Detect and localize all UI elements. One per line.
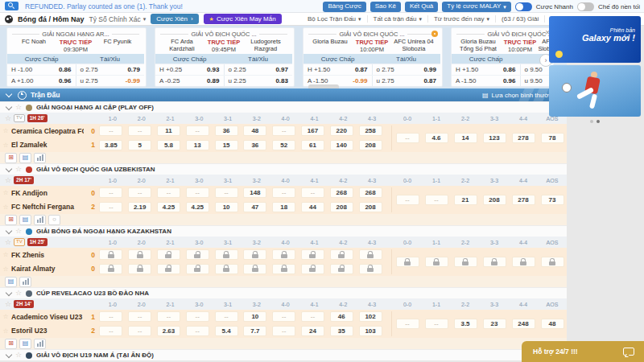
odds-cell[interactable]: 258 <box>359 125 382 136</box>
collapse-chevron-icon[interactable] <box>6 103 12 109</box>
odds-cell[interactable]: 268 <box>330 187 353 198</box>
odds-cell[interactable]: 208 <box>483 195 506 205</box>
odds-cell[interactable]: 167 <box>301 125 324 136</box>
odds-cell[interactable]: 48 <box>243 125 266 136</box>
handicap-odds-cell[interactable]: H -1.000.86 <box>7 64 76 75</box>
odds-cell[interactable]: 4.25 <box>157 202 180 212</box>
favorite-star-icon[interactable]: ☆ <box>0 189 11 196</box>
odds-cell[interactable]: 268 <box>359 187 382 198</box>
favorite-star-icon[interactable]: ☆ <box>0 251 11 258</box>
over-under-odds-cell[interactable]: u 2.75-0.99 <box>76 76 145 86</box>
odds-cell[interactable]: 148 <box>243 187 266 198</box>
favorite-star-icon[interactable]: ☆ <box>5 177 11 184</box>
collapse-chevron-icon[interactable] <box>6 227 12 233</box>
favorite-star-icon[interactable]: ☆ <box>0 265 11 273</box>
more-markets-icon[interactable]: ⊞ <box>5 153 17 163</box>
more-markets-icon[interactable]: ⊞ <box>5 339 17 349</box>
odds-cell[interactable]: 35 <box>330 326 353 336</box>
odds-cell[interactable]: 15 <box>215 140 238 150</box>
favorite-star-icon[interactable]: ☆ <box>5 301 11 308</box>
odds-cell[interactable]: 2.63 <box>157 326 180 336</box>
promo-slide-player[interactable] <box>549 65 641 117</box>
odds-cell[interactable]: 18 <box>272 202 295 212</box>
odds-cell[interactable]: 23 <box>483 319 506 329</box>
odds-cell[interactable]: 3.85 <box>99 140 122 150</box>
support-chat-button[interactable]: Hỗ trợ 24/7 !!! <box>522 341 644 362</box>
over-under-odds-cell[interactable]: o 2.750.99 <box>372 64 441 75</box>
over-under-odds-cell[interactable]: u 2.250.83 <box>224 76 293 86</box>
favorite-star-icon[interactable]: ☆ <box>15 228 22 235</box>
odds-cell[interactable]: 73 <box>541 195 564 205</box>
chart-icon[interactable] <box>34 215 46 225</box>
odds-cell[interactable]: 14 <box>454 133 477 143</box>
odds-cell[interactable]: 78 <box>541 133 564 143</box>
tv-stream-badge[interactable]: TV <box>14 238 25 246</box>
odds-cell[interactable]: 13 <box>186 140 209 150</box>
collapse-handle[interactable] <box>308 84 339 88</box>
over-under-odds-cell[interactable]: o 2.250.97 <box>224 64 293 75</box>
favorite-star-icon[interactable]: ☆ <box>15 290 22 297</box>
collapse-chevron-icon[interactable] <box>6 91 12 97</box>
favorite-star-icon[interactable]: ☆ <box>15 104 22 111</box>
collapse-chevron-icon[interactable] <box>6 165 12 171</box>
chart-icon[interactable] <box>34 153 46 163</box>
odds-cell[interactable]: 47 <box>243 202 266 212</box>
odds-cell[interactable]: 208 <box>359 202 382 212</box>
odds-cell[interactable]: 11 <box>157 125 180 136</box>
collapse-chevron-icon[interactable] <box>6 289 12 295</box>
filter-all-matches-dropdown[interactable]: Tất cả trận đấu▾ <box>367 15 427 23</box>
odds-cell[interactable]: 21 <box>454 195 477 205</box>
stats-card-icon[interactable]: ▤ <box>19 339 31 349</box>
extra-markets-icon[interactable]: ○ <box>48 215 60 225</box>
market-type-dropdown[interactable]: Tỷ Số Chính Xác▾ <box>89 15 147 23</box>
carousel-dot[interactable] <box>590 120 593 123</box>
odds-cell[interactable]: 10 <box>243 311 266 322</box>
favorite-star-icon[interactable]: ☆ <box>15 166 22 173</box>
filter-time-dropdown[interactable]: Từ trước đến nay▾ <box>427 15 495 23</box>
filter-league-count[interactable]: (63 / 63) Giải <box>495 15 544 23</box>
handicap-odds-cell[interactable]: H +0.250.93 <box>155 64 224 75</box>
odds-cell[interactable]: 7.7 <box>243 326 266 336</box>
odds-cell[interactable]: 5.4 <box>215 326 238 336</box>
odds-cell[interactable]: 3.5 <box>454 319 477 329</box>
odds-cell[interactable]: 208 <box>359 140 382 150</box>
odds-cell[interactable]: 10 <box>215 202 238 212</box>
carousel-dot[interactable] <box>597 120 600 123</box>
favorite-star-icon[interactable]: ☆ <box>0 327 11 335</box>
odds-cell[interactable]: 140 <box>330 140 353 150</box>
results-button[interactable]: Kết Quả <box>405 2 438 12</box>
odds-cell[interactable]: 248 <box>512 319 535 329</box>
odds-cell[interactable]: 5.8 <box>157 140 180 150</box>
odds-cell[interactable]: 52 <box>272 140 295 150</box>
favorite-star-icon[interactable]: ☆ <box>15 352 22 359</box>
odds-cell[interactable]: 123 <box>483 133 506 143</box>
collapse-chevron-icon[interactable] <box>6 351 12 357</box>
stats-card-icon[interactable]: ▤ <box>19 153 31 163</box>
favorite-star-icon[interactable]: ☆ <box>5 115 11 122</box>
odds-cell[interactable]: 61 <box>301 140 324 150</box>
handicap-odds-cell[interactable]: A +1.000.96 <box>7 76 76 86</box>
odds-cell[interactable]: 278 <box>512 195 535 205</box>
favorite-star-icon[interactable]: ☆ <box>0 204 11 211</box>
parlay-button[interactable]: Cược Xiên› <box>151 14 198 24</box>
odds-cell[interactable]: 208 <box>330 202 353 212</box>
stats-card-icon[interactable]: ▤ <box>19 215 31 225</box>
odds-cell[interactable]: 4.6 <box>425 133 448 143</box>
odds-cell[interactable]: 36 <box>215 125 238 136</box>
promo-slide-galaxy[interactable]: Phiên bản Galaxy mới ! <box>549 16 641 63</box>
odds-cell[interactable]: 46 <box>330 311 353 322</box>
handicap-odds-cell[interactable]: H +1.500.86 <box>452 64 520 75</box>
tv-stream-badge[interactable]: TV <box>14 114 25 122</box>
odds-cell[interactable]: 48 <box>541 319 564 329</box>
bet-slip-button[interactable]: Bảng Cược <box>323 2 365 12</box>
odds-cell[interactable]: 4.25 <box>186 202 209 212</box>
search-button[interactable] <box>5 2 19 10</box>
stats-card-icon[interactable]: ▤ <box>5 277 17 287</box>
favorite-star-icon[interactable]: ☆ <box>5 239 11 246</box>
odds-cell[interactable]: 220 <box>330 125 353 136</box>
odds-type-dropdown[interactable]: Tỷ lệ cược MALAY▾ <box>442 2 510 12</box>
lucky-parlay-button[interactable]: ★Cược Xiên May Mắn <box>204 14 282 24</box>
handicap-odds-cell[interactable]: A -0.250.89 <box>155 76 224 86</box>
more-markets-icon[interactable]: ⊞ <box>5 215 17 225</box>
odds-cell[interactable]: 103 <box>359 326 382 336</box>
